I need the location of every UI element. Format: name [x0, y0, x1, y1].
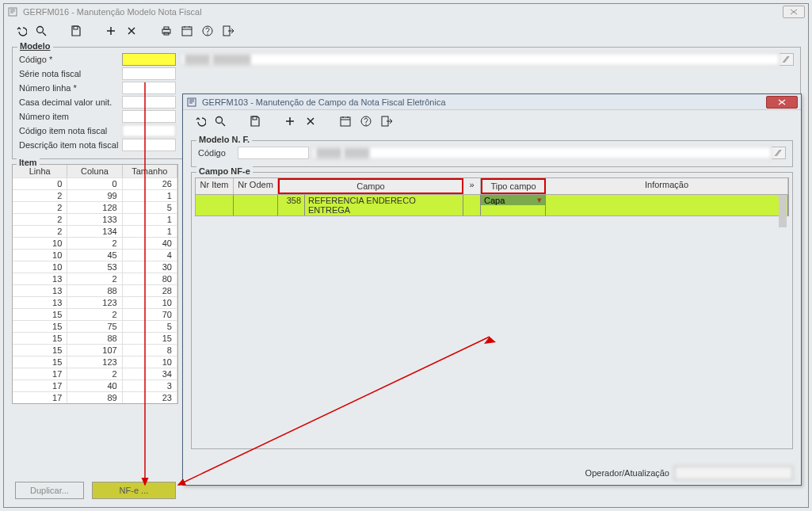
- formula-icon[interactable]: ∕⁄: [780, 53, 794, 66]
- cell-linha[interactable]: 2: [13, 190, 67, 201]
- col-campo[interactable]: Campo: [278, 178, 463, 194]
- cell-linha[interactable]: 15: [13, 333, 67, 344]
- cell-tamanho[interactable]: 1: [123, 190, 177, 201]
- cell-linha[interactable]: 10: [13, 250, 67, 261]
- undo-icon[interactable]: [191, 112, 208, 130]
- numero-linha-input[interactable]: [122, 82, 176, 94]
- sub-close-button[interactable]: [766, 96, 798, 109]
- table-row[interactable]: 151078: [13, 344, 177, 356]
- exit-icon[interactable]: [378, 112, 395, 130]
- cell-linha[interactable]: 13: [13, 297, 67, 308]
- col-chevron-icon[interactable]: [463, 178, 481, 194]
- table-row[interactable]: 15755: [13, 320, 177, 332]
- cell-tamanho[interactable]: 23: [123, 392, 177, 403]
- table-row[interactable]: 105330: [13, 261, 177, 273]
- cell-linha[interactable]: 2: [13, 214, 67, 225]
- save-icon[interactable]: [67, 22, 85, 40]
- table-row[interactable]: 13280: [13, 273, 177, 284]
- formula-icon[interactable]: ∕⁄: [772, 147, 786, 159]
- table-row[interactable]: 138828: [13, 284, 177, 296]
- table-row[interactable]: 0026: [13, 177, 177, 189]
- cell-tamanho[interactable]: 10: [123, 357, 177, 368]
- table-row[interactable]: 2991: [13, 189, 177, 201]
- cell-coluna[interactable]: 123: [67, 297, 122, 308]
- cell-linha[interactable]: 10: [13, 238, 67, 249]
- cell-nr-item[interactable]: [196, 195, 234, 215]
- cell-tamanho[interactable]: 5: [123, 321, 177, 332]
- cell-tamanho[interactable]: 15: [123, 333, 177, 344]
- col-informacao[interactable]: Informação: [546, 178, 788, 194]
- print-icon[interactable]: [158, 22, 175, 40]
- close-button[interactable]: [783, 6, 805, 18]
- cell-tamanho[interactable]: 40: [123, 238, 177, 249]
- col-nr-item[interactable]: Nr Item: [196, 178, 234, 194]
- cell-linha[interactable]: 17: [13, 380, 67, 391]
- col-coluna[interactable]: Coluna: [67, 165, 122, 177]
- cell-linha[interactable]: 17: [13, 392, 67, 403]
- cell-coluna[interactable]: 99: [67, 190, 122, 201]
- tipo-campo-select[interactable]: Capa ▾: [481, 195, 545, 205]
- col-nr-ordem[interactable]: Nr Odem: [234, 178, 278, 194]
- cell-coluna[interactable]: 123: [67, 357, 122, 368]
- cell-tamanho[interactable]: 10: [123, 297, 177, 308]
- table-row[interactable]: 17234: [13, 368, 177, 379]
- cell-tamanho[interactable]: 34: [123, 368, 177, 379]
- cell-coluna[interactable]: 45: [67, 250, 122, 261]
- cell-coluna[interactable]: 128: [67, 202, 122, 213]
- cell-coluna[interactable]: 75: [67, 321, 122, 332]
- cell-coluna[interactable]: 88: [67, 333, 122, 344]
- grid-scrollbar[interactable]: [778, 195, 787, 196]
- save-icon[interactable]: [246, 112, 264, 130]
- cell-tipo-campo[interactable]: Capa ▾: [481, 195, 546, 215]
- cell-coluna[interactable]: 53: [67, 261, 122, 273]
- cell-nr-ordem[interactable]: [234, 195, 278, 215]
- cell-coluna[interactable]: 2: [67, 238, 122, 249]
- help-icon[interactable]: [199, 22, 216, 40]
- cell-tamanho[interactable]: 26: [123, 178, 177, 189]
- table-row[interactable]: 10240: [13, 237, 177, 249]
- casa-input[interactable]: [122, 96, 176, 109]
- cell-coluna[interactable]: 133: [67, 214, 122, 225]
- cell-linha[interactable]: 15: [13, 309, 67, 320]
- descricao-item-input[interactable]: [122, 139, 176, 151]
- nfe-button[interactable]: NF-e ...: [92, 482, 176, 499]
- table-row[interactable]: 158815: [13, 332, 177, 344]
- col-tipo-campo[interactable]: Tipo campo: [481, 178, 546, 194]
- cell-campo-desc[interactable]: REFERENCIA ENDERECO ENTREGA: [305, 195, 463, 215]
- cell-tamanho[interactable]: 1: [123, 226, 177, 237]
- cell-tamanho[interactable]: 4: [123, 250, 177, 261]
- cell-coluna[interactable]: 40: [67, 380, 122, 391]
- table-row[interactable]: 21341: [13, 225, 177, 237]
- cell-campo-id[interactable]: 358: [278, 195, 305, 215]
- numero-item-input[interactable]: [122, 110, 176, 123]
- cell-linha[interactable]: 10: [13, 261, 67, 273]
- table-row[interactable]: 21331: [13, 213, 177, 225]
- table-row[interactable]: 15270: [13, 308, 177, 320]
- table-row[interactable]: 178923: [13, 391, 177, 403]
- search-icon[interactable]: [212, 112, 229, 130]
- cell-linha[interactable]: 15: [13, 357, 67, 368]
- cell-coluna[interactable]: 0: [67, 178, 122, 189]
- cell-coluna[interactable]: 2: [67, 368, 122, 379]
- cell-tamanho[interactable]: 8: [123, 345, 177, 356]
- cell-coluna[interactable]: 89: [67, 392, 122, 403]
- cell-linha[interactable]: 13: [13, 273, 67, 284]
- codigo-input[interactable]: [122, 53, 176, 66]
- help-icon[interactable]: [357, 112, 375, 130]
- cell-tamanho[interactable]: 3: [123, 380, 177, 391]
- cell-coluna[interactable]: 2: [67, 309, 122, 320]
- table-row[interactable]: 1512310: [13, 356, 177, 368]
- exit-icon[interactable]: [219, 22, 237, 40]
- cell-coluna[interactable]: 134: [67, 226, 122, 237]
- cell-linha[interactable]: 0: [13, 178, 67, 189]
- table-row[interactable]: 10454: [13, 249, 177, 261]
- cell-informacao[interactable]: [546, 195, 788, 215]
- search-icon[interactable]: [32, 22, 50, 40]
- table-row[interactable]: 21285: [13, 201, 177, 213]
- cell-chevron[interactable]: [463, 195, 481, 215]
- cell-tamanho[interactable]: 5: [123, 202, 177, 213]
- add-icon[interactable]: [102, 22, 120, 40]
- cell-coluna[interactable]: 2: [67, 273, 122, 284]
- codigo-item-input[interactable]: [122, 124, 176, 137]
- delete-icon[interactable]: [123, 22, 140, 40]
